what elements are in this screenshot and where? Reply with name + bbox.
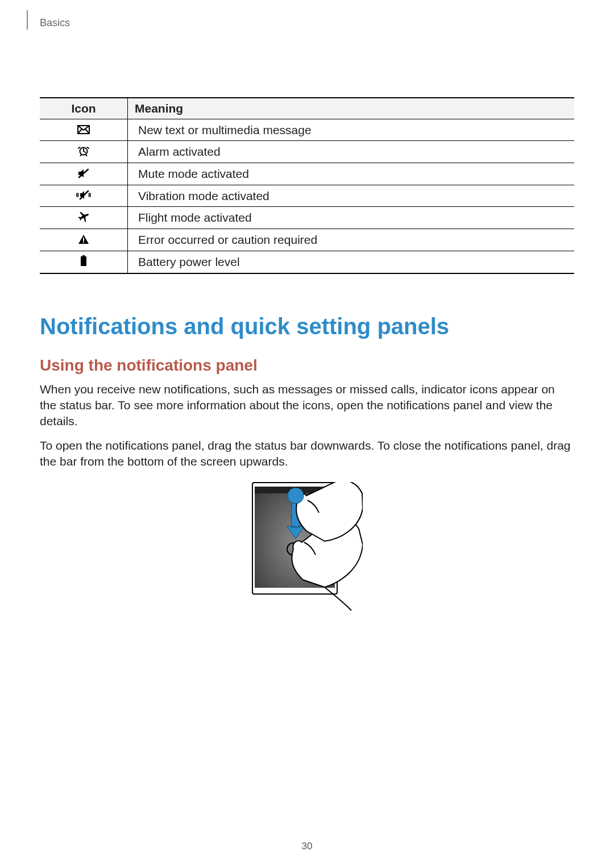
table-cell-meaning: Vibration mode activated bbox=[128, 185, 575, 206]
svg-rect-6 bbox=[82, 255, 85, 256]
table-cell-meaning: Flight mode activated bbox=[128, 207, 575, 229]
warning-icon bbox=[78, 234, 89, 247]
body-paragraph: When you receive new notifications, such… bbox=[40, 381, 574, 430]
flight-icon bbox=[78, 211, 89, 225]
table-row: Error occurred or caution required bbox=[40, 229, 574, 251]
table-row: Alarm activated bbox=[40, 141, 574, 163]
message-icon bbox=[77, 123, 90, 137]
gesture-figure: 10:00 bbox=[252, 482, 363, 616]
table-row: New text or multimedia message bbox=[40, 119, 574, 141]
svg-rect-5 bbox=[83, 242, 84, 243]
table-cell-meaning: Error occurred or caution required bbox=[128, 229, 575, 251]
mute-icon bbox=[77, 168, 90, 181]
table-row: Battery power level bbox=[40, 251, 574, 273]
icon-meaning-table: Icon Meaning New text or multimedia mess… bbox=[40, 97, 574, 274]
breadcrumb: Basics bbox=[40, 17, 70, 28]
table-row: Mute mode activated bbox=[40, 163, 574, 185]
alarm-icon bbox=[78, 145, 89, 159]
battery-icon bbox=[80, 255, 87, 269]
table-row: Flight mode activated bbox=[40, 207, 574, 229]
page-number: 30 bbox=[0, 841, 614, 852]
table-cell-meaning: Alarm activated bbox=[128, 141, 575, 163]
table-header-icon: Icon bbox=[40, 98, 128, 119]
svg-rect-7 bbox=[81, 256, 86, 266]
section-title: Notifications and quick setting panels bbox=[40, 314, 574, 339]
subsection-title: Using the notifications panel bbox=[40, 356, 574, 375]
table-row: Vibration mode activated bbox=[40, 185, 574, 206]
body-paragraph: To open the notifications panel, drag th… bbox=[40, 438, 574, 470]
table-cell-meaning: Battery power level bbox=[128, 251, 575, 273]
vibration-icon bbox=[76, 189, 92, 203]
table-cell-meaning: New text or multimedia message bbox=[128, 119, 575, 141]
svg-rect-4 bbox=[83, 238, 84, 241]
svg-point-19 bbox=[288, 488, 304, 504]
table-cell-meaning: Mute mode activated bbox=[128, 163, 575, 185]
table-header-meaning: Meaning bbox=[128, 98, 575, 119]
